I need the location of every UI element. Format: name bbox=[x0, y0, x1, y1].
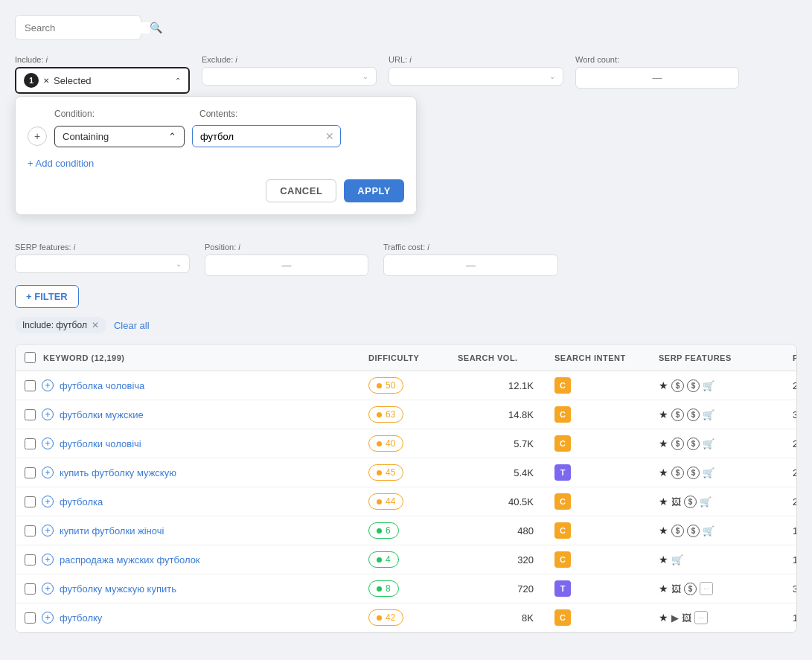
serp-feature-icon: $ bbox=[671, 438, 684, 450]
difficulty-dot bbox=[377, 557, 382, 563]
keyword-link[interactable]: футболка чоловіча bbox=[60, 380, 144, 391]
serp-dropdown[interactable]: ⌄ bbox=[15, 254, 190, 273]
serp-features-cell: ★🖼$··· bbox=[648, 582, 782, 595]
row-checkbox[interactable] bbox=[25, 380, 36, 391]
position-value: 2 bbox=[793, 438, 797, 449]
search-vol-value: 40.5K bbox=[508, 496, 534, 507]
add-keyword-icon[interactable]: + bbox=[42, 525, 54, 536]
difficulty-value: 6 bbox=[386, 525, 391, 536]
keyword-link[interactable]: футболки мужские bbox=[60, 409, 144, 420]
include-filter-tag: Include: футбол ✕ bbox=[15, 317, 106, 333]
search-vol-cell: 480 bbox=[447, 525, 544, 536]
add-keyword-icon[interactable]: + bbox=[42, 583, 54, 595]
row-checkbox[interactable] bbox=[25, 438, 36, 449]
contents-input[interactable] bbox=[200, 131, 325, 142]
serp-feature-icon: 🛒 bbox=[703, 409, 715, 420]
add-keyword-icon[interactable]: + bbox=[42, 554, 54, 566]
search-vol-cell: 8K bbox=[447, 612, 544, 624]
add-keyword-icon[interactable]: + bbox=[42, 612, 54, 624]
difficulty-badge: 42 bbox=[368, 609, 403, 626]
add-condition-row-button[interactable]: + bbox=[28, 126, 47, 146]
add-keyword-icon[interactable]: + bbox=[42, 467, 54, 478]
difficulty-value: 8 bbox=[386, 583, 391, 594]
row-checkbox[interactable] bbox=[25, 467, 36, 478]
search-vol-cell: 320 bbox=[447, 554, 544, 566]
serp-feature-icon: $ bbox=[671, 467, 684, 479]
row-checkbox[interactable] bbox=[25, 409, 36, 420]
search-vol-value: 14.8K bbox=[508, 409, 534, 420]
serp-feature-icon: 🛒 bbox=[703, 438, 715, 449]
intent-cell: T bbox=[544, 580, 648, 597]
row-checkbox[interactable] bbox=[25, 583, 36, 595]
position-cell: 2 bbox=[782, 467, 797, 478]
serp-feature-icon: $ bbox=[671, 379, 684, 392]
add-keyword-icon[interactable]: + bbox=[42, 379, 54, 391]
condition-select[interactable]: Containing ⌃ bbox=[54, 126, 185, 147]
exclude-dropdown[interactable]: ⌄ bbox=[202, 67, 377, 86]
condition-popup: Condition: Contents: + Containing ⌃ ✕ bbox=[15, 96, 417, 215]
serp-feature-icon: ★ bbox=[659, 525, 668, 536]
row-checkbox[interactable] bbox=[25, 525, 36, 536]
keyword-link[interactable]: футболка bbox=[60, 496, 103, 507]
traffic-cost-label: Traffic cost: i bbox=[383, 243, 558, 251]
row-checkbox[interactable] bbox=[25, 612, 36, 624]
selected-text: Selected bbox=[54, 75, 170, 86]
serp-feature-icon: ··· bbox=[700, 582, 713, 595]
difficulty-dot bbox=[377, 412, 382, 417]
difficulty-badge: 40 bbox=[368, 435, 403, 452]
keyword-link[interactable]: футболку мужскую купить bbox=[60, 583, 176, 595]
row-checkbox[interactable] bbox=[25, 496, 36, 507]
keyword-cell: + футболка чоловіча bbox=[16, 379, 358, 391]
keyword-link[interactable]: распродажа мужских футболок bbox=[60, 554, 200, 566]
add-keyword-icon[interactable]: + bbox=[42, 438, 54, 449]
include-dropdown[interactable]: 1 ✕ Selected ⌃ bbox=[15, 67, 190, 94]
serp-feature-icon: ★ bbox=[659, 554, 668, 566]
th-position: POSITION bbox=[782, 352, 797, 363]
position-label: Position: i bbox=[205, 243, 368, 251]
add-keyword-icon[interactable]: + bbox=[42, 409, 54, 420]
serp-features-cell: ★$$🛒 bbox=[648, 379, 782, 392]
position-cell: 27 ▲27 bbox=[782, 496, 797, 507]
difficulty-badge: 8 bbox=[368, 580, 399, 597]
serp-feature-icon: $ bbox=[687, 467, 700, 479]
intent-badge: T bbox=[554, 580, 571, 597]
filter-button[interactable]: + FILTER bbox=[15, 285, 79, 308]
table-header: KEYWORD (12,199) DIFFICULTY SEARCH VOL. … bbox=[16, 345, 796, 371]
serp-feature-icon: ··· bbox=[694, 611, 708, 624]
table-row: + футболки чоловічі 40 5.7K C ★$$🛒2 bbox=[16, 429, 796, 458]
select-all-checkbox[interactable] bbox=[25, 352, 36, 363]
position-slider[interactable]: — bbox=[205, 254, 368, 276]
keyword-link[interactable]: футболку bbox=[60, 612, 102, 624]
apply-button[interactable]: APPLY bbox=[344, 179, 404, 202]
clear-all-link[interactable]: Clear all bbox=[114, 320, 150, 331]
search-input[interactable] bbox=[25, 22, 150, 33]
traffic-cost-slider[interactable]: — bbox=[383, 254, 558, 276]
filter-tag-close-icon[interactable]: ✕ bbox=[92, 320, 99, 330]
url-dropdown[interactable]: ⌄ bbox=[389, 67, 563, 86]
difficulty-dot bbox=[377, 470, 382, 475]
table-row: + распродажа мужских футболок 4 320 C ★🛒… bbox=[16, 545, 796, 574]
keyword-link[interactable]: купить футболку мужскую bbox=[60, 467, 176, 478]
row-checkbox[interactable] bbox=[25, 554, 36, 566]
position-cell: 1 bbox=[782, 554, 797, 566]
word-count-label: Word count: bbox=[575, 55, 739, 64]
clear-contents-icon[interactable]: ✕ bbox=[325, 130, 334, 142]
difficulty-value: 63 bbox=[386, 409, 395, 420]
condition-col-label: Condition: bbox=[54, 109, 192, 119]
serp-feature-icon: ★ bbox=[659, 409, 668, 420]
difficulty-dot bbox=[377, 528, 382, 534]
cancel-button[interactable]: CANCEL bbox=[266, 179, 336, 202]
keyword-link[interactable]: купити футболки жіночі bbox=[60, 525, 164, 536]
keyword-link[interactable]: футболки чоловічі bbox=[60, 438, 141, 449]
add-condition-link[interactable]: + Add condition bbox=[28, 158, 94, 169]
position-cell: 1 ▲3 bbox=[782, 525, 797, 536]
active-filters: Include: футбол ✕ Clear all bbox=[15, 317, 797, 333]
word-count-slider[interactable]: — bbox=[575, 67, 739, 89]
include-label: Include: i bbox=[15, 55, 190, 64]
badge-close-icon[interactable]: ✕ bbox=[43, 77, 49, 85]
intent-badge: C bbox=[554, 522, 571, 539]
add-keyword-icon[interactable]: + bbox=[42, 496, 54, 507]
difficulty-badge: 44 bbox=[368, 493, 403, 510]
difficulty-cell: 40 bbox=[358, 435, 447, 452]
keyword-table: KEYWORD (12,199) DIFFICULTY SEARCH VOL. … bbox=[15, 344, 797, 633]
